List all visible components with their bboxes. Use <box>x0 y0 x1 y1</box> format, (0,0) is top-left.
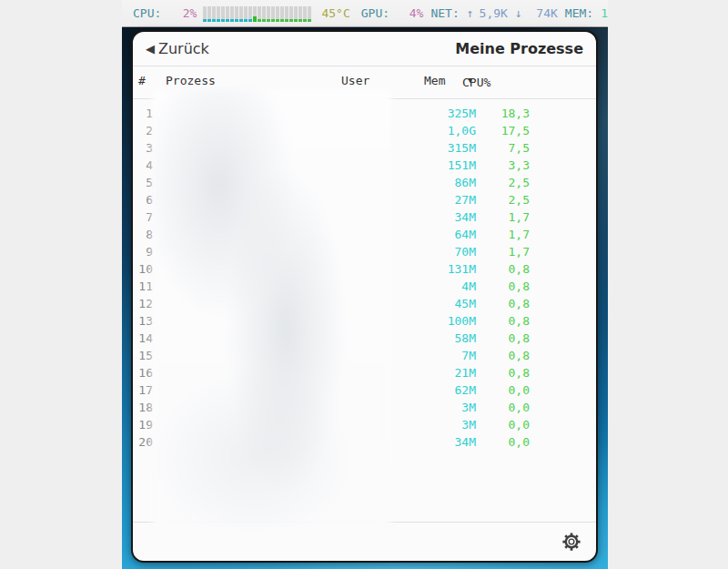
row-number: 14 <box>133 330 153 347</box>
mem-cell: 64M <box>406 226 476 243</box>
row-number: 13 <box>133 312 153 330</box>
column-header-num[interactable]: # <box>138 74 146 87</box>
row-number: 9 <box>133 243 153 260</box>
row-number: 6 <box>133 191 153 208</box>
mem-cell: 21M <box>406 364 476 381</box>
blurred-process-names-region <box>152 89 391 526</box>
back-button[interactable]: ◀ Zurück <box>146 40 209 57</box>
meter-bar <box>217 6 220 22</box>
row-number: 5 <box>133 174 153 191</box>
download-arrow-icon: ↓ <box>515 6 522 20</box>
meter-bar <box>248 6 252 22</box>
cpu-cell: 0,8 <box>476 364 530 381</box>
mem-cell: 315M <box>406 139 476 157</box>
net-label: NET: <box>430 6 459 20</box>
row-number: 3 <box>133 139 153 157</box>
cpu-cell: 0,8 <box>476 278 530 295</box>
cpu-cell: 1,7 <box>476 208 530 226</box>
back-label: Zurück <box>158 40 209 57</box>
processes-popup: ◀ Zurück Meine Prozesse # Prozess User M… <box>131 30 598 563</box>
mem-cell: 27M <box>406 191 476 208</box>
meter-bar <box>267 6 270 22</box>
cpu-percent: 2% <box>161 6 197 20</box>
column-header-mem[interactable]: Mem <box>424 74 445 87</box>
cpu-label: CPU: <box>133 6 161 20</box>
gpu-percent: 4% <box>389 6 423 20</box>
mem-label: MEM: <box>565 6 593 20</box>
cpu-cell: 0,0 <box>476 399 530 416</box>
mem-cell: 4M <box>406 278 476 295</box>
mem-cell: 131M <box>406 260 476 278</box>
mem-cell: 325M <box>406 105 476 122</box>
mem-cell: 34M <box>406 208 476 226</box>
mem-cell: 34M <box>406 433 476 451</box>
meter-bar <box>221 6 225 22</box>
meter-bar <box>294 6 298 22</box>
mem-cell: 3M <box>406 416 476 433</box>
row-number: 19 <box>133 416 153 433</box>
meter-bar <box>308 6 311 22</box>
meter-bar <box>280 6 284 22</box>
cpu-cell: 1,7 <box>476 226 530 243</box>
column-header-process[interactable]: Prozess <box>166 74 216 87</box>
upload-arrow-icon: ↑ <box>467 6 474 20</box>
meter-bar <box>253 6 257 22</box>
mem-cell: 45M <box>406 295 476 312</box>
cpu-cell: 0,8 <box>476 312 530 330</box>
row-number: 1 <box>133 105 153 122</box>
cpu-core-meter <box>203 5 312 22</box>
net-download-value: 74K <box>522 6 558 20</box>
back-arrow-icon: ◀ <box>146 43 155 55</box>
cpu-cell: 18,3 <box>476 105 530 122</box>
page-title: Meine Prozesse <box>455 40 583 57</box>
mem-cell: 86M <box>406 174 476 191</box>
mem-cell: 70M <box>406 243 476 260</box>
cpu-cell: 2,5 <box>476 174 530 191</box>
row-number: 20 <box>133 433 153 451</box>
meter-bar <box>285 6 288 22</box>
cpu-cell: 1,7 <box>476 243 530 260</box>
cpu-temperature: 45°C <box>321 6 349 20</box>
cpu-cell: 0,0 <box>476 381 530 399</box>
meter-bar <box>258 6 261 22</box>
meter-bar <box>262 6 266 22</box>
settings-button[interactable] <box>558 528 585 555</box>
row-number: 17 <box>133 381 153 399</box>
meter-bar <box>289 6 293 22</box>
row-number: 12 <box>133 295 153 312</box>
cpu-cell: 0,8 <box>476 347 530 364</box>
meter-bar <box>203 6 207 22</box>
row-number: 16 <box>133 364 153 381</box>
meter-bar <box>212 6 216 22</box>
net-upload-value: 5,9K <box>480 6 508 20</box>
mem-cell: 3M <box>406 399 476 416</box>
sort-descending-icon: ▼ <box>468 76 472 85</box>
mem-value: 1 <box>601 6 608 20</box>
cpu-cell: 2,5 <box>476 191 530 208</box>
meter-bar <box>271 6 275 22</box>
meter-bar <box>303 6 307 22</box>
cpu-cell: 0,0 <box>476 416 530 433</box>
row-number: 7 <box>133 208 153 226</box>
column-header-user[interactable]: User <box>341 74 369 87</box>
system-monitor-applet[interactable]: CPU: 2% 45°C GPU: 4% NET: ↑ 5,9K ↓ 74K M… <box>122 0 608 27</box>
cpu-cell: 7,5 <box>476 139 530 157</box>
row-number: 10 <box>133 260 153 278</box>
mem-cell: 1,0G <box>406 122 476 139</box>
cpu-cell: 0,0 <box>476 433 530 451</box>
row-number: 18 <box>133 399 153 416</box>
row-number: 15 <box>133 347 153 364</box>
mem-cell: 100M <box>406 312 476 330</box>
cpu-cell: 3,3 <box>476 157 530 174</box>
cpu-cell: 0,8 <box>476 260 530 278</box>
meter-bar <box>207 6 211 22</box>
divider <box>133 66 596 66</box>
row-number: 2 <box>133 122 153 139</box>
meter-bar <box>244 6 248 22</box>
mem-cell: 7M <box>406 347 476 364</box>
row-number: 4 <box>133 157 153 174</box>
gear-icon <box>561 532 581 552</box>
mem-cell: 58M <box>406 330 476 347</box>
meter-bar <box>276 6 279 22</box>
mem-cell: 151M <box>406 157 476 174</box>
